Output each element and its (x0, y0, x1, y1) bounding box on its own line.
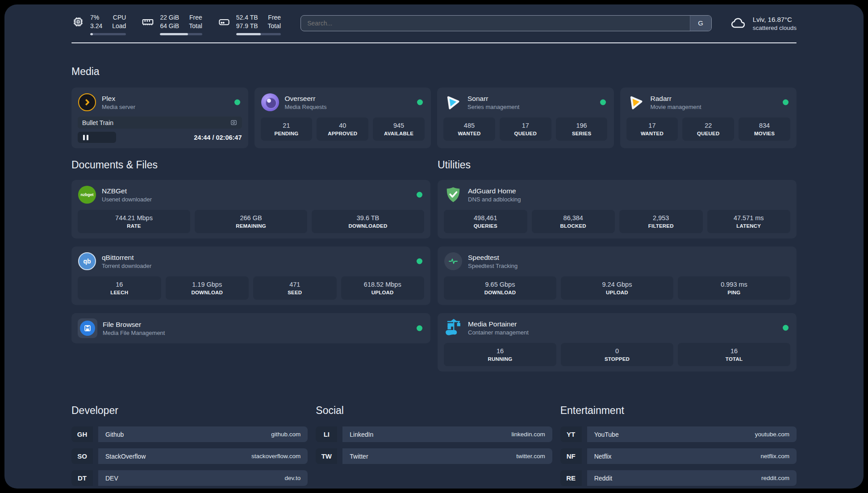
entertainment-section: Entertainment YT YouTubeyoutube.com NF N… (560, 405, 797, 489)
system-stats: 7%3.24 CPULoad 22 GiB64 GiB FreeTotal (71, 13, 281, 35)
stat-box: 0.993 msPING (678, 276, 790, 300)
link-twitter[interactable]: TW Twittertwitter.com (316, 448, 552, 464)
stat-box: 485WANTED (443, 117, 495, 141)
speedtest-desc: Speedtest Tracking (468, 262, 517, 270)
nzbget-card[interactable]: nzbget NZBGet Usenet downloader 744.21 M… (71, 180, 430, 238)
stat-box: 2,953FILTERED (619, 210, 703, 233)
stat-box: 21PENDING (261, 117, 313, 141)
weather-location-temp: Lviv, 16.87°C (753, 15, 797, 24)
reddit-abbr: RE (560, 470, 582, 486)
section-title-developer: Developer (71, 405, 308, 417)
disk-free-label: Free (268, 13, 281, 22)
nzbget-name: NZBGet (102, 187, 152, 196)
cpu-progress (90, 33, 126, 35)
section-title-utilities: Utilities (438, 159, 797, 171)
stat-box: 618.52 MbpsUPLOAD (341, 276, 425, 300)
stat-box: 9.65 GbpsDOWNLOAD (444, 276, 556, 300)
memory-total-label: Total (189, 22, 202, 30)
search-engine-button[interactable]: G (690, 16, 711, 31)
radarr-status-dot (783, 100, 789, 105)
cpu-icon (71, 15, 85, 29)
section-title-entertainment: Entertainment (560, 405, 797, 417)
section-title-documents: Documents & Files (71, 159, 430, 171)
github-abbr: GH (71, 426, 93, 442)
plex-card[interactable]: Plex Media server Bullet Train 24:44 / 0… (71, 88, 248, 148)
speedtest-card[interactable]: Speedtest Speedtest Tracking 9.65 GbpsDO… (438, 246, 797, 305)
plex-icon (78, 93, 96, 112)
cpu-stat: 7%3.24 CPULoad (71, 13, 126, 35)
stat-box: 22QUEUED (682, 117, 734, 141)
disk-stat: 52.4 TB97.9 TB FreeTotal (217, 13, 281, 35)
cloud-icon (730, 15, 747, 32)
stat-box: 16TOTAL (678, 343, 790, 366)
memory-free: 22 GiB (160, 13, 179, 22)
qbittorrent-name: qBittorrent (102, 253, 151, 262)
qbittorrent-desc: Torrent downloader (102, 262, 151, 270)
link-dev-to[interactable]: DT DEVdev.to (71, 470, 308, 486)
stat-box: 471SEED (253, 276, 337, 300)
filebrowser-name: File Browser (103, 320, 165, 329)
stackoverflow-abbr: SO (71, 448, 93, 464)
link-netflix[interactable]: NF Netflixnetflix.com (560, 448, 797, 464)
stat-box: 40APPROVED (317, 117, 368, 141)
radarr-desc: Movie management (651, 103, 701, 111)
stat-box: 0STOPPED (561, 343, 673, 366)
disk-total-label: Total (268, 22, 281, 30)
sonarr-name: Sonarr (467, 94, 519, 103)
portainer-desc: Container management (468, 329, 529, 336)
weather-condition: scattered clouds (753, 24, 797, 32)
youtube-abbr: YT (560, 426, 582, 442)
stat-box: 17QUEUED (500, 117, 551, 141)
overseerr-card[interactable]: Overseerr Media Requests 21PENDING 40APP… (255, 88, 431, 148)
adguard-card[interactable]: AdGuard Home DNS and adblocking 498,461Q… (438, 180, 797, 238)
radarr-icon (626, 93, 645, 112)
portainer-status-dot (783, 325, 789, 331)
dev-to-abbr: DT (71, 470, 93, 486)
speedtest-icon (444, 252, 463, 271)
overseerr-name: Overseerr (285, 94, 327, 103)
portainer-card[interactable]: Media Portainer Container management 16R… (438, 313, 797, 372)
social-section: Social LI LinkedInlinkedin.com TW Twitte… (316, 405, 552, 489)
cpu-label: CPU (112, 13, 126, 22)
link-stackoverflow[interactable]: SO StackOverflowstackoverflow.com (71, 448, 308, 464)
cpu-percent: 7% (90, 13, 102, 22)
qbittorrent-status-dot (417, 259, 422, 264)
plex-name: Plex (102, 94, 135, 103)
adguard-name: AdGuard Home (468, 187, 521, 196)
now-playing-title: Bullet Train (82, 119, 113, 126)
search-input[interactable] (301, 16, 690, 31)
stat-box: 834MOVIES (739, 117, 790, 141)
filebrowser-card[interactable]: File Browser Media File Management (71, 313, 430, 343)
stat-box: 744.21 MbpsRATE (78, 210, 190, 233)
adguard-icon (444, 185, 463, 204)
qbittorrent-card[interactable]: qb qBittorrent Torrent downloader 16LEEC… (71, 246, 430, 305)
memory-progress (160, 33, 202, 35)
link-reddit[interactable]: RE Redditreddit.com (560, 470, 797, 486)
dashboard: 7%3.24 CPULoad 22 GiB64 GiB FreeTotal (4, 4, 864, 489)
speedtest-name: Speedtest (468, 253, 517, 262)
header-divider (71, 42, 797, 43)
memory-stat: 22 GiB64 GiB FreeTotal (141, 13, 202, 35)
sonarr-status-dot (600, 100, 606, 105)
radarr-card[interactable]: Radarr Movie management 17WANTED 22QUEUE… (620, 88, 797, 148)
filebrowser-status-dot (417, 326, 422, 331)
stat-box: 196SERIES (556, 117, 608, 141)
disk-icon (217, 15, 231, 29)
link-linkedin[interactable]: LI LinkedInlinkedin.com (316, 426, 552, 442)
pause-button[interactable] (78, 132, 116, 143)
link-youtube[interactable]: YT YouTubeyoutube.com (560, 426, 797, 442)
link-github[interactable]: GH Githubgithub.com (71, 426, 308, 442)
session-details-icon[interactable] (230, 119, 238, 126)
utilities-column: Utilities AdGuard Home DNS and adblockin… (438, 159, 797, 380)
memory-free-label: Free (189, 13, 202, 22)
memory-total: 64 GiB (160, 22, 179, 30)
cpu-load-value: 3.24 (90, 22, 102, 30)
plex-status-dot (234, 100, 240, 105)
radarr-name: Radarr (651, 94, 701, 103)
nzbget-desc: Usenet downloader (102, 196, 152, 203)
stat-box: 9.24 GbpsUPLOAD (561, 276, 673, 300)
filebrowser-icon (78, 318, 97, 338)
sonarr-card[interactable]: Sonarr Series management 485WANTED 17QUE… (437, 88, 614, 148)
stat-box: 47.571 msLATENCY (707, 210, 791, 233)
developer-section: Developer GH Githubgithub.com SO StackOv… (71, 405, 308, 489)
